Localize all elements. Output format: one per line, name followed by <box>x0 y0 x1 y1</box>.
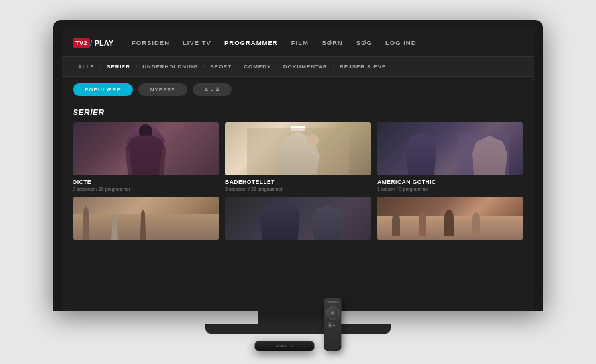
main-nav: FORSIDEN LIVE TV PROGRAMMER FILM BØRN SØ… <box>125 39 523 46</box>
card-dicte-title: DICTE <box>73 179 219 185</box>
remote-tv-label[interactable]: TV <box>335 301 338 304</box>
nav-item-forsiden[interactable]: FORSIDEN <box>125 39 176 46</box>
remote-menu-row: MENU TV <box>326 301 340 304</box>
remote-mic-dot <box>332 312 334 314</box>
card-dicte-thumb <box>73 122 219 175</box>
cards-row-1: DICTE 2 sæsoner / 20 programmer BADEH <box>73 122 523 191</box>
remote-play-button[interactable]: ▶ <box>328 322 333 328</box>
card-dicte-meta: 2 sæsoner / 20 programmer <box>73 187 219 191</box>
card-american-gothic-title: AMERICAN GOTHIC <box>377 179 523 185</box>
filter-populare[interactable]: POPULÆRE <box>73 83 133 96</box>
logo-play-text: PLAY <box>95 39 113 47</box>
nav-item-film[interactable]: FILM <box>285 39 315 46</box>
filter-bar: POPULÆRE NYESTE A - Å <box>62 77 534 103</box>
card-group-thumb <box>377 197 523 240</box>
remote-bottom-row: ▶ + – <box>326 322 340 328</box>
nav-item-sog[interactable]: SØG <box>350 39 379 46</box>
card-family[interactable] <box>73 197 219 243</box>
tv-screen: TV2 / PLAY FORSIDEN LIVE TV PROGRAMMER F… <box>62 29 534 311</box>
card-dicte[interactable]: DICTE 2 sæsoner / 20 programmer <box>73 122 219 191</box>
remote-minus-button[interactable]: – <box>336 323 338 328</box>
logo[interactable]: TV2 / PLAY <box>73 38 113 48</box>
subnav-sport[interactable]: SPORT <box>205 64 238 69</box>
remote-top: MENU TV ▶ + – <box>326 301 340 328</box>
card-badehotellet-meta: 3 sæsoner / 22 programmer <box>225 187 371 191</box>
filter-nyeste[interactable]: NYESTE <box>138 83 187 96</box>
subnav-comedy[interactable]: COMEDY <box>238 64 276 69</box>
remote-control: MENU TV ▶ + – <box>324 298 342 351</box>
section-title: SERIER <box>73 108 523 117</box>
tv-bezel: TV2 / PLAY FORSIDEN LIVE TV PROGRAMMER F… <box>53 20 543 311</box>
apple-tv-area: MENU TV ▶ + – <box>255 298 342 351</box>
tv-container: TV2 / PLAY FORSIDEN LIVE TV PROGRAMMER F… <box>53 20 543 344</box>
subnav-serier[interactable]: SERIER <box>101 64 136 69</box>
nav-item-programmer[interactable]: PROGRAMMER <box>218 39 285 46</box>
cards-row-2 <box>73 197 523 243</box>
card-american-gothic[interactable]: AMERICAN GOTHIC 1 sæson / 3 programmer <box>377 122 523 191</box>
logo-slash: / <box>90 38 93 48</box>
nav-bar: TV2 / PLAY FORSIDEN LIVE TV PROGRAMMER F… <box>62 29 534 57</box>
card-family-thumb <box>73 197 219 240</box>
nav-item-livetv[interactable]: LIVE TV <box>176 39 218 46</box>
apple-tv-box <box>255 341 315 351</box>
main-content: SERIER DICTE 2 sæsoner / 20 programmer <box>62 103 534 311</box>
remote-menu-label[interactable]: MENU <box>328 301 336 304</box>
nav-item-logind[interactable]: LOG IND <box>379 39 423 46</box>
subnav-dokumentar[interactable]: DOKUMENTAR <box>278 64 333 69</box>
remote-play-icon: ▶ <box>329 323 332 327</box>
card-badehotellet-thumb <box>225 122 371 175</box>
nav-item-born[interactable]: BØRN <box>315 39 350 46</box>
card-badehotellet[interactable]: BADEHOTELLET 3 sæsoner / 22 programmer <box>225 122 371 191</box>
card-badehotellet-title: BADEHOTELLET <box>225 179 371 185</box>
subnav-underholdning[interactable]: UNDERHOLDNING <box>137 64 203 69</box>
subnav-rejser[interactable]: REJSER & EVE <box>334 64 391 69</box>
card-drama[interactable] <box>225 197 371 243</box>
sub-nav: ALLE / SERIER / UNDERHOLDNING / SPORT / … <box>62 57 534 77</box>
filter-a-aa[interactable]: A - Å <box>193 83 232 96</box>
remote-touchpad[interactable] <box>326 306 340 320</box>
card-group[interactable] <box>377 197 523 243</box>
card-drama-thumb <box>225 197 371 240</box>
card-american-gothic-thumb <box>377 122 523 175</box>
remote-mic-button[interactable] <box>331 311 335 315</box>
subnav-alle[interactable]: ALLE <box>73 64 100 69</box>
card-american-gothic-meta: 1 sæson / 3 programmer <box>377 187 523 191</box>
logo-tv2-text: TV2 <box>73 38 90 48</box>
